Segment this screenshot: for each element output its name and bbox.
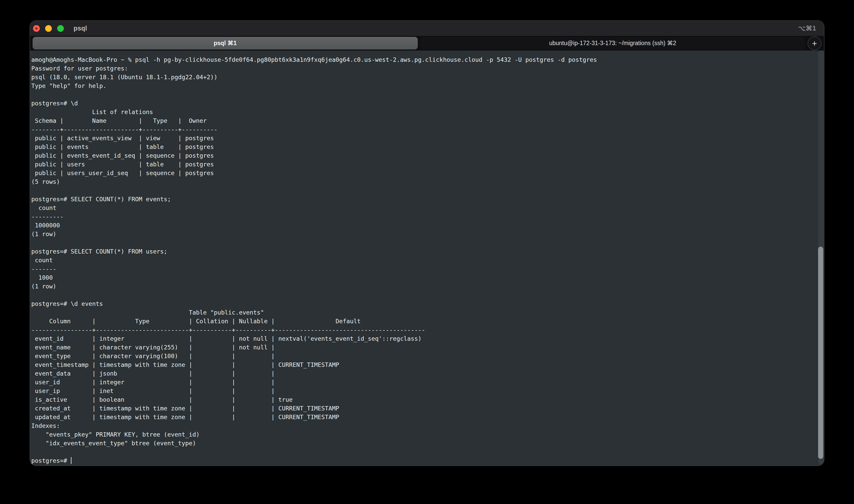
title-bar[interactable]: psql ⌥⌘1	[30, 21, 824, 36]
terminal-output: amogh@Amoghs-MacBook-Pro ~ % psql -h pg-…	[30, 51, 824, 465]
tab-psql[interactable]: psql ⌘1	[33, 37, 418, 50]
terminal-content[interactable]: amogh@Amoghs-MacBook-Pro ~ % psql -h pg-…	[30, 51, 824, 466]
minimize-button[interactable]	[45, 25, 52, 32]
traffic-lights	[33, 25, 64, 32]
tab-ssh-migrations[interactable]: ubuntu@ip-172-31-3-173: ~/migrations (ss…	[420, 37, 805, 50]
terminal-scrollback: amogh@Amoghs-MacBook-Pro ~ % psql -h pg-…	[31, 56, 597, 447]
window-title: psql	[74, 24, 87, 32]
close-button[interactable]	[33, 25, 40, 32]
terminal-window: psql ⌥⌘1 psql ⌘1 ubuntu@ip-172-31-3-173:…	[30, 21, 824, 466]
tab-bar: psql ⌘1 ubuntu@ip-172-31-3-173: ~/migrat…	[30, 36, 824, 51]
shell-prompt: postgres=#	[31, 457, 71, 464]
new-tab-button[interactable]: +	[807, 36, 821, 50]
zoom-button[interactable]	[57, 25, 64, 32]
scrollbar-thumb[interactable]	[818, 247, 823, 459]
text-cursor	[71, 457, 72, 464]
window-shortcut-hint: ⌥⌘1	[798, 24, 816, 32]
scrollbar-track[interactable]	[818, 51, 824, 465]
